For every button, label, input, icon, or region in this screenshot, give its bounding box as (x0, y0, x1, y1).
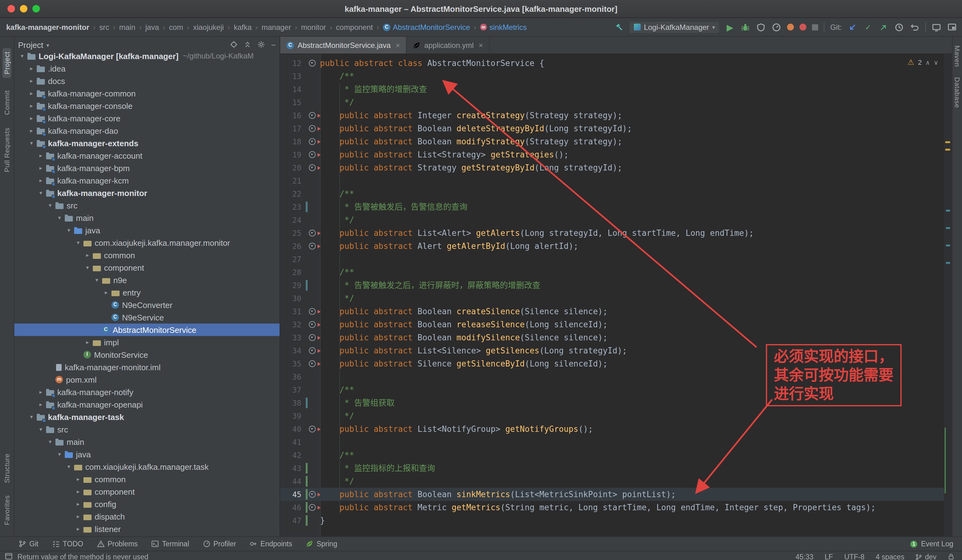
run-configuration-select[interactable]: Logi-KafkaManager ▾ (629, 21, 720, 33)
code-line[interactable]: public abstract Boolean createSilence(Si… (320, 305, 944, 318)
tree-item[interactable]: ▸kafka-manager-core (15, 112, 279, 124)
code-line[interactable]: */ (320, 409, 944, 423)
inspection-widget[interactable]: ⚠ 2 ∧ ∨ (907, 58, 938, 67)
code-line[interactable]: public abstract Boolean releaseSilence(L… (320, 318, 944, 331)
collapse-all-icon[interactable] (244, 40, 252, 50)
tree-item[interactable]: mpom.xml (15, 373, 279, 386)
tree-item[interactable]: kafka-manager-monitor.iml (15, 361, 279, 373)
toolwindow-button-git[interactable]: Git (19, 540, 38, 547)
editor-tab[interactable]: application.yml× (407, 37, 490, 53)
tree-item[interactable]: ▸kafka-manager-notify (15, 386, 279, 398)
breadcrumb-item[interactable]: src (99, 23, 109, 31)
code-line[interactable] (320, 436, 944, 449)
tree-toggle-icon[interactable]: ▾ (65, 463, 73, 470)
tree-toggle-icon[interactable]: ▸ (27, 78, 36, 84)
toolwindow-button-problems[interactable]: Problems (97, 540, 137, 547)
tree-toggle-icon[interactable]: ▸ (37, 389, 45, 395)
breadcrumb-method-item[interactable]: msinkMetrics (480, 23, 527, 31)
tree-toggle-icon[interactable]: ▸ (37, 177, 45, 183)
tree-toggle-icon[interactable]: ▾ (27, 414, 36, 420)
tree-item[interactable]: ▸dispatch (15, 510, 279, 523)
implemented-marker-icon[interactable] (309, 60, 316, 67)
code-line[interactable]: public abstract Boolean deleteStrategyBy… (320, 122, 944, 135)
breadcrumb-class-item[interactable]: CAbstractMonitorService (383, 23, 470, 31)
tree-toggle-icon[interactable]: ▸ (74, 476, 82, 482)
tree-item[interactable]: ▸kafka-manager-account (15, 149, 279, 162)
code-line[interactable]: public abstract Integer createStrategy(S… (320, 109, 944, 122)
code-line[interactable]: public abstract Boolean sinkMetrics(List… (320, 488, 944, 501)
rollback-button[interactable] (910, 22, 920, 32)
breadcrumb-item[interactable]: main (119, 23, 136, 31)
tree-toggle-icon[interactable]: ▸ (74, 513, 82, 520)
tree-toggle-icon[interactable]: ▾ (18, 53, 26, 59)
implemented-marker-icon[interactable] (309, 243, 316, 249)
next-issue-icon[interactable]: ∨ (934, 59, 938, 66)
tree-toggle-icon[interactable]: ▸ (37, 153, 45, 159)
tree-item[interactable]: ▾src (15, 423, 279, 436)
tree-toggle-icon[interactable]: ▸ (27, 65, 36, 72)
tree-toggle-icon[interactable]: ▸ (84, 252, 92, 258)
tree-item[interactable]: ▸common (15, 249, 279, 261)
tree-item[interactable]: ▸docs (15, 75, 279, 87)
code-line[interactable] (320, 253, 944, 266)
prev-issue-icon[interactable]: ∧ (926, 59, 930, 66)
sidebar-item-database[interactable]: Database (954, 77, 961, 108)
tree-toggle-icon[interactable]: ▸ (74, 501, 82, 507)
project-panel-title[interactable]: Project (18, 40, 43, 50)
code-line[interactable]: * 监控策略的增删改查 (320, 83, 944, 96)
implemented-marker-icon[interactable] (309, 112, 316, 119)
locate-file-icon[interactable] (230, 40, 238, 50)
tree-toggle-icon[interactable]: ▾ (84, 264, 92, 271)
sidebar-item-maven[interactable]: Maven (954, 45, 961, 67)
breadcrumb-item[interactable]: component (336, 23, 373, 31)
code-line[interactable]: /** (320, 187, 944, 200)
code-line[interactable]: public abstract Boolean modifySilence(Si… (320, 331, 944, 344)
tree-item[interactable]: ▸common (15, 473, 279, 485)
minimize-window-button[interactable] (20, 5, 27, 13)
tree-item[interactable]: ▾main (15, 436, 279, 448)
line-ending[interactable]: LF (825, 553, 833, 560)
tree-item[interactable]: ▾kafka-manager-task (15, 411, 279, 423)
tree-item[interactable]: CN9eService (15, 311, 279, 323)
breadcrumb-item[interactable]: kafka-manager-monitor (6, 23, 89, 31)
code-line[interactable]: public abstract List<Alert> getAlerts(Lo… (320, 227, 944, 240)
tree-item[interactable]: IMonitorService (15, 348, 279, 361)
tree-item[interactable]: ▸kafka-manager-openapi (15, 398, 279, 411)
code-line[interactable]: * 监控指标的上报和查询 (320, 462, 944, 475)
sidebar-item-commit[interactable]: Commit (3, 90, 11, 115)
tree-toggle-icon[interactable]: ▾ (27, 140, 36, 146)
tree-toggle-icon[interactable]: ▾ (55, 215, 63, 221)
tree-item[interactable]: ▸config (15, 498, 279, 510)
code-line[interactable]: public abstract List<Strategy> getStrate… (320, 148, 944, 161)
code-line[interactable]: /** (320, 70, 944, 83)
code-line[interactable]: * 告警被触发后，告警信息的查询 (320, 200, 944, 213)
zoom-window-button[interactable] (32, 5, 40, 13)
code-line[interactable]: public abstract class AbstractMonitorSer… (320, 56, 944, 70)
git-push-button[interactable] (878, 22, 889, 32)
tree-item[interactable]: ▾com.xiaojukeji.kafka.manager.task (15, 460, 279, 473)
tree-item[interactable]: CN9eConverter (15, 299, 279, 311)
implemented-marker-icon[interactable] (309, 360, 316, 367)
toolwindow-button-todo[interactable]: TODO (52, 540, 83, 547)
code-line[interactable]: public abstract List<NotifyGroup> getNot… (320, 423, 944, 436)
breadcrumb-item[interactable]: java (145, 23, 159, 31)
tree-item[interactable]: ▸kafka-manager-kcm (15, 174, 279, 187)
code-line[interactable]: public abstract Boolean modifyStrategy(S… (320, 135, 944, 148)
profiler-flame-button[interactable] (787, 24, 794, 31)
gear-icon[interactable] (257, 40, 266, 50)
event-log-button[interactable]: 1 Event Log (910, 540, 953, 547)
presentation-mode-icon[interactable] (947, 22, 957, 32)
toolwindow-toggle-icon[interactable] (5, 552, 18, 560)
tree-toggle-icon[interactable]: ▸ (74, 526, 82, 532)
git-update-button[interactable] (847, 22, 857, 32)
warning-stripe-mark[interactable] (945, 141, 950, 143)
tree-toggle-icon[interactable]: ▾ (65, 227, 73, 233)
warning-stripe-mark[interactable] (945, 149, 950, 151)
code-line[interactable]: /** (320, 266, 944, 279)
close-window-button[interactable] (8, 5, 15, 13)
tree-item[interactable]: ▾n9e (15, 274, 279, 286)
implemented-marker-icon[interactable] (309, 125, 316, 132)
indent-setting[interactable]: 4 spaces (876, 553, 904, 560)
tree-item[interactable]: ▸entry (15, 286, 279, 299)
tree-toggle-icon[interactable]: ▾ (37, 426, 45, 433)
